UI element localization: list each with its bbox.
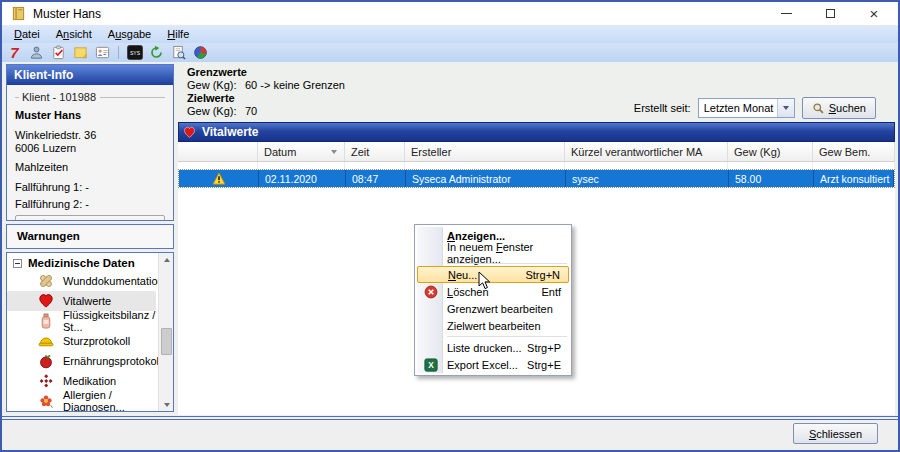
menu-item-liste-drucken[interactable]: Liste drucken... Strg+P: [417, 339, 569, 356]
close-window-button[interactable]: ×: [867, 7, 881, 21]
header-cell-datum[interactable]: Datum: [258, 142, 345, 161]
heart-icon: [183, 126, 196, 139]
client-address-city: 6006 Luzern: [15, 142, 165, 154]
tree-item-fluessigkeitsbilanz[interactable]: Flüssigkeitsbilanz / St...: [7, 311, 156, 331]
zielwerte-value: 70: [245, 105, 257, 118]
toolbar: 7 SYS: [2, 43, 898, 62]
minimize-button[interactable]: [779, 7, 793, 21]
cell-zeit: 08:47: [346, 170, 406, 187]
tree-item-medikation[interactable]: Medikation: [7, 371, 156, 391]
tree-item-sturzprotokoll[interactable]: Sturzprotokoll: [7, 331, 156, 351]
menu-item-zielwert-bearbeiten[interactable]: Zielwert bearbeiten: [417, 317, 569, 334]
scrollbar-thumb[interactable]: [161, 328, 172, 355]
care-clipboard-icon[interactable]: [49, 44, 68, 61]
window-title: Muster Hans: [33, 7, 101, 21]
warnungen-panel[interactable]: Warnungen: [6, 224, 174, 249]
suchen-button[interactable]: Suchen: [802, 97, 876, 119]
klient-number: Klient - 101988: [22, 91, 100, 103]
info-icon: [38, 219, 50, 222]
app-icon: [11, 6, 26, 21]
app-window: Muster Hans × Datei Ansicht Ausgabe Hilf…: [0, 0, 900, 452]
maximize-button[interactable]: [823, 7, 837, 21]
window-controls: ×: [779, 7, 889, 21]
app-logo-7-icon[interactable]: 7: [5, 44, 24, 61]
tree-item-allergien[interactable]: Allergien / Diagnosen...: [7, 391, 156, 411]
klient-info-header[interactable]: Klient-Info: [7, 65, 173, 85]
menu-item-neu[interactable]: Neu... Strg+N: [417, 266, 569, 283]
klient-group: Klient - 101988: [15, 91, 165, 103]
header-cell-icon[interactable]: [178, 142, 258, 161]
chevron-down-icon[interactable]: [777, 99, 794, 117]
cell-kuerzel: sysec: [566, 170, 729, 187]
tree-item-ernaehrungsprotokoll[interactable]: Ernährungsprotokoll: [7, 351, 156, 371]
assessmentinfo-button[interactable]: Assessmentinfo...: [15, 215, 165, 221]
medizinische-daten-panel: Medizinische Daten Wunddokumentation Vit…: [6, 252, 174, 412]
client-name: Muster Hans: [15, 109, 165, 121]
print-preview-icon[interactable]: [169, 44, 188, 61]
menu-item-in-neuem-fenster[interactable]: In neuem Fenster anzeigen...: [417, 244, 569, 261]
header-cell-kuerzel[interactable]: Kürzel verantwortlicher MA: [565, 142, 728, 161]
menu-item-export-excel[interactable]: X Export Excel... Strg+E: [417, 356, 569, 373]
tree-scrollbar[interactable]: [158, 253, 173, 411]
menu-ansicht[interactable]: Ansicht: [48, 26, 100, 42]
group-line: [15, 97, 19, 98]
refresh-icon[interactable]: [147, 44, 166, 61]
scroll-down-icon[interactable]: [159, 398, 174, 411]
client-person-icon[interactable]: [27, 44, 46, 61]
menu-item-loeschen[interactable]: Löschen Entf: [417, 283, 569, 300]
cell-datum: 02.11.2020: [259, 170, 346, 187]
tree-item-vitalwerte[interactable]: Vitalwerte: [7, 291, 156, 311]
cell-warning: [179, 170, 259, 187]
menu-hilfe[interactable]: Hilfe: [159, 26, 197, 42]
combobox-value: Letzten Monat: [699, 102, 777, 114]
minimize-icon: [781, 13, 792, 14]
excel-icon: X: [417, 358, 444, 372]
tree-item-wunddokumentation[interactable]: Wunddokumentation: [7, 271, 156, 291]
footer-bar: [2, 419, 898, 450]
scroll-up-icon[interactable]: [159, 253, 174, 266]
helmet-icon: [38, 333, 54, 349]
table-spacer-row: [178, 162, 895, 169]
suchen-label: Suchen: [829, 102, 866, 114]
personnel-card-icon[interactable]: [93, 44, 112, 61]
header-cell-gew-bem[interactable]: Gew Bem.: [813, 142, 895, 161]
group-line: [100, 97, 165, 98]
cell-gew-kg: 58.00: [729, 170, 814, 187]
tree-title: Medizinische Daten: [28, 257, 135, 269]
header-cell-gew-kg[interactable]: Gew (Kg): [728, 142, 813, 161]
menu-separator: [447, 336, 567, 337]
limits-block: Grenzwerte Gew (Kg): 60 -> keine Grenzen…: [187, 66, 345, 118]
sort-desc-icon: [331, 150, 337, 154]
cell-gew-bem: Arzt konsultiert: [814, 170, 894, 187]
header-cell-zeit[interactable]: Zeit: [345, 142, 405, 161]
collapse-icon[interactable]: [13, 259, 22, 268]
menu-datei[interactable]: Datei: [6, 26, 48, 42]
erstellt-seit-label: Erstellt seit:: [634, 102, 691, 114]
delete-icon: [417, 285, 444, 299]
table-row[interactable]: 02.11.2020 08:47 Syseca Administrator sy…: [179, 170, 894, 187]
sys-module-icon[interactable]: SYS: [125, 44, 144, 61]
zielwerte-label: Gew (Kg):: [187, 105, 245, 118]
svg-text:X: X: [428, 360, 434, 370]
menu-ausgabe[interactable]: Ausgabe: [100, 26, 159, 42]
menu-item-grenzwert-bearbeiten[interactable]: Grenzwert bearbeiten: [417, 300, 569, 317]
statistics-pie-icon[interactable]: [191, 44, 210, 61]
context-menu: Anzeigen... In neuem Fenster anzeigen...…: [414, 224, 572, 376]
seven-glyph: 7: [10, 45, 18, 60]
klient-info-body: Klient - 101988 Muster Hans Winkelriedst…: [7, 85, 173, 221]
schliessen-button[interactable]: Schliessen: [793, 423, 878, 444]
grenzwerte-value: 60 -> keine Grenzen: [245, 79, 345, 92]
tree-item-label: Vitalwerte: [63, 295, 111, 307]
erstellt-seit-combobox[interactable]: Letzten Monat: [698, 98, 795, 118]
maximize-icon: [826, 9, 835, 18]
schliessen-label: Schliessen: [809, 428, 862, 440]
tree-item-label: Medikation: [63, 375, 116, 387]
tree-item-label: Allergien / Diagnosen...: [63, 389, 156, 412]
notes-icon[interactable]: [71, 44, 90, 61]
klient-info-title: Klient-Info: [14, 68, 73, 82]
apple-icon: [38, 353, 54, 369]
grenzwerte-title: Grenzwerte: [187, 66, 345, 79]
header-cell-ersteller[interactable]: Ersteller: [405, 142, 565, 161]
client-address-street: Winkelriedstr. 36: [15, 129, 165, 141]
klient-info-panel: Klient-Info Klient - 101988 Muster Hans …: [6, 64, 174, 221]
